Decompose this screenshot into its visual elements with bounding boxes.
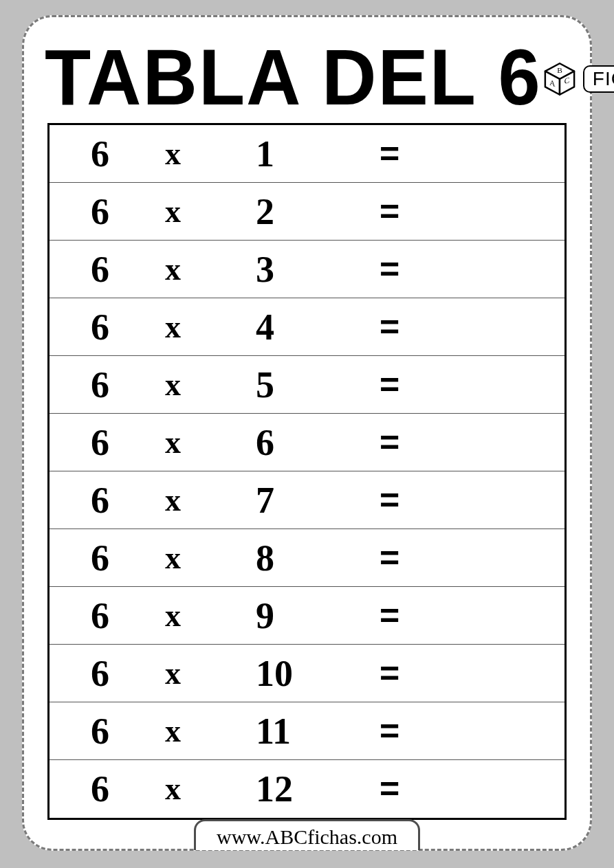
multiplier: 8 (249, 539, 359, 577)
multiplicand: 6 (50, 482, 153, 519)
multiplier: 1 (249, 135, 359, 173)
abc-cube-icon: B A C (542, 61, 578, 97)
multiplication-table: 6x1=6x2=6x3=6x4=6x5=6x6=6x7=6x8=6x9=6x10… (47, 123, 567, 820)
operator: x (153, 196, 249, 227)
brand-label: FICHAS (583, 65, 614, 93)
multiplicand: 6 (50, 539, 153, 577)
footer-url: www.ABCfichas.com (194, 819, 420, 850)
equals-sign: = (359, 541, 448, 575)
multiplier: 3 (249, 251, 359, 288)
equals-sign: = (359, 310, 448, 344)
equals-sign: = (359, 194, 448, 229)
equals-sign: = (359, 252, 448, 287)
table-row: 6x1= (50, 125, 564, 183)
equals-sign: = (359, 137, 448, 171)
table-row: 6x9= (50, 587, 564, 645)
operator: x (153, 658, 249, 689)
table-row: 6x6= (50, 414, 564, 471)
equals-sign: = (359, 772, 448, 806)
header: TABLA DEL 6 B A C FICHAS (24, 17, 590, 120)
multiplicand: 6 (50, 424, 153, 461)
multiplier: 7 (249, 482, 359, 519)
operator: x (153, 369, 249, 401)
multiplicand: 6 (50, 366, 153, 403)
multiplicand: 6 (50, 251, 153, 288)
table-row: 6x5= (50, 356, 564, 414)
table-row: 6x11= (50, 702, 564, 760)
operator: x (153, 773, 249, 805)
equals-sign: = (359, 368, 448, 402)
footer: www.ABCfichas.com (24, 819, 590, 850)
operator: x (153, 715, 249, 747)
multiplier: 12 (249, 770, 359, 808)
table-row: 6x8= (50, 529, 564, 587)
equals-sign: = (359, 483, 448, 518)
operator: x (153, 600, 249, 632)
operator: x (153, 427, 249, 458)
multiplicand: 6 (50, 770, 153, 808)
table-row: 6x10= (50, 645, 564, 702)
multiplicand: 6 (50, 655, 153, 692)
equals-sign: = (359, 425, 448, 460)
multiplier: 9 (249, 597, 359, 634)
multiplier: 11 (249, 713, 359, 750)
multiplicand: 6 (50, 713, 153, 750)
page-title: TABLA DEL 6 (45, 37, 542, 117)
table-row: 6x7= (50, 471, 564, 529)
table-row: 6x4= (50, 298, 564, 356)
multiplier: 2 (249, 193, 359, 230)
operator: x (153, 542, 249, 574)
multiplier: 10 (249, 655, 359, 692)
table-row: 6x3= (50, 241, 564, 298)
multiplier: 5 (249, 366, 359, 403)
multiplier: 6 (249, 424, 359, 461)
multiplier: 4 (249, 309, 359, 346)
svg-text:C: C (564, 76, 570, 86)
multiplicand: 6 (50, 597, 153, 634)
table-row: 6x2= (50, 183, 564, 241)
worksheet-card: TABLA DEL 6 B A C FICHAS 6x1=6x2=6x3=6x4… (22, 15, 592, 851)
multiplicand: 6 (50, 135, 153, 173)
table-row: 6x12= (50, 760, 564, 818)
operator: x (153, 138, 249, 170)
multiplicand: 6 (50, 193, 153, 230)
operator: x (153, 254, 249, 285)
svg-text:B: B (557, 66, 562, 74)
operator: x (153, 311, 249, 343)
brand-logo: B A C FICHAS (542, 57, 614, 97)
equals-sign: = (359, 656, 448, 691)
equals-sign: = (359, 599, 448, 633)
equals-sign: = (359, 714, 448, 748)
operator: x (153, 485, 249, 516)
multiplicand: 6 (50, 309, 153, 346)
